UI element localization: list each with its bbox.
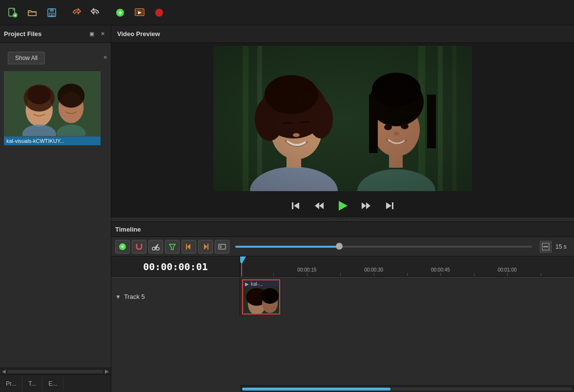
record-btn[interactable] [150,4,168,21]
left-panel: Project Files ▣ ✕ Show All » [0,25,111,392]
undo-btn[interactable] [67,4,85,21]
svg-rect-5 [50,9,54,12]
show-all-button[interactable]: Show All [8,52,45,64]
scroll-right-icon[interactable]: ▶ [105,369,109,374]
video-content [213,46,472,191]
svg-point-66 [156,247,159,250]
timeline-magnet-btn[interactable] [132,240,146,254]
panel-close-icon[interactable]: ✕ [98,30,107,39]
timeline-prev-mark-btn[interactable] [182,240,196,254]
timeline-ruler[interactable]: 00:00:15 00:00:30 00:00:45 00:01:00 [240,256,574,277]
clip-icon: ▶ [245,281,249,287]
clip-label: kal-... [251,281,263,287]
playback-controls [111,194,574,217]
preview-title: Video Preview [117,30,160,38]
svg-marker-70 [187,244,190,250]
panel-minimize-icon[interactable]: ▣ [87,30,96,39]
svg-rect-83 [243,287,280,314]
svg-point-13 [155,9,163,17]
timeline-body: 00:00:00:01 ▼ Track 5 00:00:15 00:00:30 … [111,256,574,392]
playhead[interactable] [241,256,242,276]
tab-t[interactable]: T... [22,377,42,390]
panel-tabs: Pr... T... E... [0,374,111,392]
timeline-add-btn[interactable]: + [115,240,130,254]
timeline-filter-btn[interactable] [165,240,180,254]
add-clip-btn[interactable]: + [111,4,129,21]
timeline-left: 00:00:00:01 ▼ Track 5 [111,256,240,392]
ruler-mark-30s: 00:00:30 [364,267,383,273]
svg-marker-56 [339,201,348,211]
svg-point-21 [58,83,84,107]
main-toolbar: + + [0,0,574,25]
svg-marker-54 [315,202,319,209]
timeline-title: Timeline [115,226,141,233]
zoom-icon[interactable] [540,241,552,253]
more-arrows-icon[interactable]: » [103,54,107,60]
timeline-next-mark-btn[interactable] [198,240,213,254]
tab-pr[interactable]: Pr... [0,377,22,390]
skip-to-end-btn[interactable] [382,198,397,214]
zoom-slider-track[interactable] [235,246,532,248]
zoom-slider-fill [235,246,339,248]
skip-to-start-btn[interactable] [288,198,304,214]
panel-header-icons: ▣ ✕ [87,30,107,39]
track5-clips: ▶ kal-... [240,277,574,316]
new-file-btn[interactable]: + [4,4,21,21]
preview-area [111,43,574,194]
svg-point-19 [28,85,51,104]
preview-header: Video Preview [111,25,574,43]
scroll-left-icon[interactable]: ◀ [2,369,6,374]
resize-handle[interactable]: · · · · · · [111,217,574,221]
svg-marker-60 [386,202,391,209]
svg-rect-7 [51,14,53,16]
file-thumbnail-area: kal-visuals-kCWTIKUY... [0,68,111,368]
rewind-btn[interactable] [311,198,327,214]
svg-marker-69 [169,244,175,250]
tab-e[interactable]: E... [42,377,63,390]
svg-rect-75 [220,245,222,248]
playhead-line [241,264,242,277]
zoom-slider-thumb[interactable] [336,243,343,250]
clip-item[interactable]: ▶ kal-... [242,279,280,314]
svg-rect-52 [292,202,293,209]
file-item[interactable]: kal-visuals-kCWTIKUY... [4,71,101,145]
timeline-right: 00:00:15 00:00:30 00:00:45 00:01:00 [240,256,574,392]
svg-rect-51 [213,46,472,191]
svg-rect-77 [543,246,548,247]
track5-expand-icon[interactable]: ▼ [115,294,121,300]
fast-forward-btn[interactable] [358,198,374,214]
clip-thumbnail [243,287,279,314]
zoom-slider-container [231,246,536,248]
track-area: ▶ kal-... [240,277,574,385]
svg-marker-58 [366,202,370,209]
redo-btn[interactable] [87,4,104,21]
scroll-track[interactable] [8,370,103,373]
svg-marker-55 [319,202,324,209]
render-btn[interactable] [131,4,148,21]
timeline-scroll-bar[interactable] [240,385,574,392]
timeline-scroll-thumb[interactable] [242,388,390,391]
timeline-scissors-btn[interactable] [148,240,163,254]
timeline-section: Timeline + [111,221,574,392]
play-btn[interactable] [335,198,350,214]
timeline-clip-view-btn[interactable] [215,240,229,254]
right-area: Video Preview [111,25,574,392]
file-thumbnail [4,71,101,137]
svg-marker-57 [362,202,366,209]
timeline-toolbar: + [111,237,574,256]
open-file-btn[interactable] [23,4,41,21]
timeline-header: Timeline [111,221,574,237]
timecode-display: 00:00:00:01 [111,256,240,277]
ruler-mark-45s: 00:00:45 [431,267,450,273]
zoom-label: 15 s [555,243,570,250]
svg-rect-59 [392,202,393,209]
timeline-scroll-track[interactable] [242,388,572,391]
timecode-text: 00:00:00:01 [143,261,207,273]
panel-title: Project Files [4,30,41,38]
panel-header: Project Files ▣ ✕ [0,25,111,43]
ruler-mark-60s: 00:01:00 [498,267,517,273]
file-label: kal-visuals-kCWTIKUY... [4,137,101,145]
save-btn[interactable] [43,4,61,21]
svg-text:+: + [14,13,16,18]
left-panel-scrollbar[interactable]: ◀ ▶ [0,368,111,374]
